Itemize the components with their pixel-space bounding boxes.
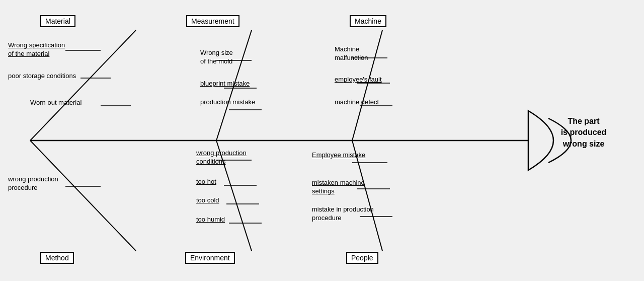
machine-cause-1: Machinemalfunction	[335, 45, 368, 62]
method-cause-1: wrong productionprocedure	[8, 175, 58, 192]
category-measurement: Measurement	[186, 15, 239, 27]
category-environment: Environment	[185, 252, 235, 264]
material-cause-1: Wrong specificationof the material	[8, 41, 65, 58]
measurement-cause-2: blueprint mistake	[200, 80, 250, 88]
environment-cause-1: wrong productionconditions	[196, 149, 247, 166]
category-method: Method	[40, 252, 74, 264]
environment-cause-3: too cold	[196, 196, 219, 205]
category-people: People	[346, 252, 378, 264]
material-cause-2: poor storage conditions	[8, 72, 76, 81]
svg-line-13	[30, 140, 136, 251]
environment-cause-4: too humid	[196, 216, 225, 224]
people-cause-1: Employee mistake	[312, 151, 365, 160]
people-cause-2: mistaken machinesettings	[312, 179, 365, 196]
measurement-cause-1: Wrong sizeof the mold	[200, 49, 233, 66]
category-machine: Machine	[350, 15, 386, 27]
measurement-cause-3: production mistake	[200, 98, 255, 107]
diagram-container: Material Measurement Machine Method Envi…	[0, 0, 644, 281]
effect-label: The partis producedwrong size	[541, 116, 626, 150]
people-cause-3: mistake in productionprocedure	[312, 205, 374, 223]
environment-cause-2: too hot	[196, 178, 216, 186]
category-material: Material	[40, 15, 75, 27]
machine-cause-2: employee's fault	[335, 76, 382, 84]
material-cause-3: Worn out material	[30, 99, 82, 107]
machine-cause-3: machine defect	[335, 98, 379, 107]
